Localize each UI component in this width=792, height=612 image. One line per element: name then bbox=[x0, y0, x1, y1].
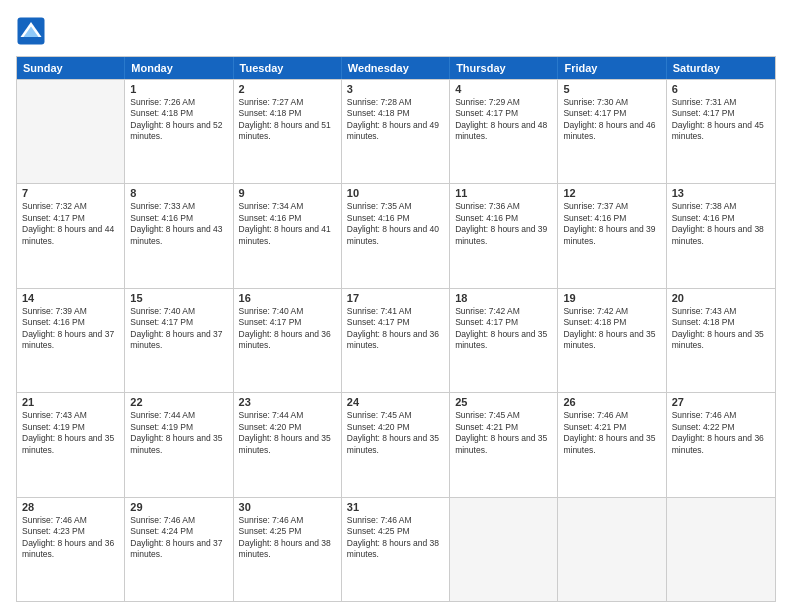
calendar-cell: 15Sunrise: 7:40 AMSunset: 4:17 PMDayligh… bbox=[125, 289, 233, 392]
calendar: SundayMondayTuesdayWednesdayThursdayFrid… bbox=[16, 56, 776, 602]
weekday-header-thursday: Thursday bbox=[450, 57, 558, 79]
weekday-header-sunday: Sunday bbox=[17, 57, 125, 79]
cell-info: Sunrise: 7:46 AMSunset: 4:25 PMDaylight:… bbox=[347, 515, 444, 561]
calendar-cell: 13Sunrise: 7:38 AMSunset: 4:16 PMDayligh… bbox=[667, 184, 775, 287]
day-number: 16 bbox=[239, 292, 336, 304]
calendar-cell: 4Sunrise: 7:29 AMSunset: 4:17 PMDaylight… bbox=[450, 80, 558, 183]
logo-icon bbox=[16, 16, 46, 46]
cell-info: Sunrise: 7:44 AMSunset: 4:19 PMDaylight:… bbox=[130, 410, 227, 456]
cell-info: Sunrise: 7:43 AMSunset: 4:18 PMDaylight:… bbox=[672, 306, 770, 352]
day-number: 29 bbox=[130, 501, 227, 513]
cell-info: Sunrise: 7:46 AMSunset: 4:24 PMDaylight:… bbox=[130, 515, 227, 561]
calendar-cell: 11Sunrise: 7:36 AMSunset: 4:16 PMDayligh… bbox=[450, 184, 558, 287]
calendar-cell: 6Sunrise: 7:31 AMSunset: 4:17 PMDaylight… bbox=[667, 80, 775, 183]
cell-info: Sunrise: 7:42 AMSunset: 4:17 PMDaylight:… bbox=[455, 306, 552, 352]
cell-info: Sunrise: 7:46 AMSunset: 4:23 PMDaylight:… bbox=[22, 515, 119, 561]
weekday-header-friday: Friday bbox=[558, 57, 666, 79]
day-number: 4 bbox=[455, 83, 552, 95]
logo bbox=[16, 16, 50, 46]
cell-info: Sunrise: 7:28 AMSunset: 4:18 PMDaylight:… bbox=[347, 97, 444, 143]
day-number: 6 bbox=[672, 83, 770, 95]
cell-info: Sunrise: 7:46 AMSunset: 4:21 PMDaylight:… bbox=[563, 410, 660, 456]
cell-info: Sunrise: 7:26 AMSunset: 4:18 PMDaylight:… bbox=[130, 97, 227, 143]
day-number: 18 bbox=[455, 292, 552, 304]
cell-info: Sunrise: 7:39 AMSunset: 4:16 PMDaylight:… bbox=[22, 306, 119, 352]
calendar-cell: 7Sunrise: 7:32 AMSunset: 4:17 PMDaylight… bbox=[17, 184, 125, 287]
calendar-row-1: 7Sunrise: 7:32 AMSunset: 4:17 PMDaylight… bbox=[17, 183, 775, 287]
day-number: 8 bbox=[130, 187, 227, 199]
calendar-cell: 25Sunrise: 7:45 AMSunset: 4:21 PMDayligh… bbox=[450, 393, 558, 496]
cell-info: Sunrise: 7:27 AMSunset: 4:18 PMDaylight:… bbox=[239, 97, 336, 143]
calendar-cell bbox=[17, 80, 125, 183]
calendar-cell bbox=[558, 498, 666, 601]
day-number: 7 bbox=[22, 187, 119, 199]
day-number: 20 bbox=[672, 292, 770, 304]
cell-info: Sunrise: 7:30 AMSunset: 4:17 PMDaylight:… bbox=[563, 97, 660, 143]
day-number: 1 bbox=[130, 83, 227, 95]
cell-info: Sunrise: 7:34 AMSunset: 4:16 PMDaylight:… bbox=[239, 201, 336, 247]
cell-info: Sunrise: 7:31 AMSunset: 4:17 PMDaylight:… bbox=[672, 97, 770, 143]
calendar-cell: 22Sunrise: 7:44 AMSunset: 4:19 PMDayligh… bbox=[125, 393, 233, 496]
day-number: 14 bbox=[22, 292, 119, 304]
calendar-cell bbox=[667, 498, 775, 601]
calendar-cell bbox=[450, 498, 558, 601]
calendar-cell: 8Sunrise: 7:33 AMSunset: 4:16 PMDaylight… bbox=[125, 184, 233, 287]
cell-info: Sunrise: 7:42 AMSunset: 4:18 PMDaylight:… bbox=[563, 306, 660, 352]
day-number: 28 bbox=[22, 501, 119, 513]
calendar-cell: 23Sunrise: 7:44 AMSunset: 4:20 PMDayligh… bbox=[234, 393, 342, 496]
day-number: 23 bbox=[239, 396, 336, 408]
day-number: 11 bbox=[455, 187, 552, 199]
cell-info: Sunrise: 7:33 AMSunset: 4:16 PMDaylight:… bbox=[130, 201, 227, 247]
day-number: 13 bbox=[672, 187, 770, 199]
day-number: 27 bbox=[672, 396, 770, 408]
day-number: 31 bbox=[347, 501, 444, 513]
calendar-cell: 26Sunrise: 7:46 AMSunset: 4:21 PMDayligh… bbox=[558, 393, 666, 496]
calendar-cell: 20Sunrise: 7:43 AMSunset: 4:18 PMDayligh… bbox=[667, 289, 775, 392]
weekday-header-monday: Monday bbox=[125, 57, 233, 79]
cell-info: Sunrise: 7:46 AMSunset: 4:22 PMDaylight:… bbox=[672, 410, 770, 456]
calendar-cell: 30Sunrise: 7:46 AMSunset: 4:25 PMDayligh… bbox=[234, 498, 342, 601]
cell-info: Sunrise: 7:29 AMSunset: 4:17 PMDaylight:… bbox=[455, 97, 552, 143]
calendar-header-row: SundayMondayTuesdayWednesdayThursdayFrid… bbox=[17, 57, 775, 79]
cell-info: Sunrise: 7:40 AMSunset: 4:17 PMDaylight:… bbox=[239, 306, 336, 352]
cell-info: Sunrise: 7:44 AMSunset: 4:20 PMDaylight:… bbox=[239, 410, 336, 456]
weekday-header-tuesday: Tuesday bbox=[234, 57, 342, 79]
calendar-row-2: 14Sunrise: 7:39 AMSunset: 4:16 PMDayligh… bbox=[17, 288, 775, 392]
cell-info: Sunrise: 7:32 AMSunset: 4:17 PMDaylight:… bbox=[22, 201, 119, 247]
calendar-cell: 9Sunrise: 7:34 AMSunset: 4:16 PMDaylight… bbox=[234, 184, 342, 287]
calendar-cell: 27Sunrise: 7:46 AMSunset: 4:22 PMDayligh… bbox=[667, 393, 775, 496]
cell-info: Sunrise: 7:35 AMSunset: 4:16 PMDaylight:… bbox=[347, 201, 444, 247]
day-number: 10 bbox=[347, 187, 444, 199]
day-number: 24 bbox=[347, 396, 444, 408]
header bbox=[16, 16, 776, 46]
day-number: 15 bbox=[130, 292, 227, 304]
cell-info: Sunrise: 7:45 AMSunset: 4:21 PMDaylight:… bbox=[455, 410, 552, 456]
calendar-cell: 10Sunrise: 7:35 AMSunset: 4:16 PMDayligh… bbox=[342, 184, 450, 287]
calendar-row-3: 21Sunrise: 7:43 AMSunset: 4:19 PMDayligh… bbox=[17, 392, 775, 496]
calendar-page: SundayMondayTuesdayWednesdayThursdayFrid… bbox=[0, 0, 792, 612]
cell-info: Sunrise: 7:45 AMSunset: 4:20 PMDaylight:… bbox=[347, 410, 444, 456]
weekday-header-wednesday: Wednesday bbox=[342, 57, 450, 79]
day-number: 9 bbox=[239, 187, 336, 199]
calendar-cell: 5Sunrise: 7:30 AMSunset: 4:17 PMDaylight… bbox=[558, 80, 666, 183]
cell-info: Sunrise: 7:38 AMSunset: 4:16 PMDaylight:… bbox=[672, 201, 770, 247]
day-number: 30 bbox=[239, 501, 336, 513]
day-number: 22 bbox=[130, 396, 227, 408]
day-number: 3 bbox=[347, 83, 444, 95]
cell-info: Sunrise: 7:36 AMSunset: 4:16 PMDaylight:… bbox=[455, 201, 552, 247]
calendar-cell: 17Sunrise: 7:41 AMSunset: 4:17 PMDayligh… bbox=[342, 289, 450, 392]
day-number: 2 bbox=[239, 83, 336, 95]
calendar-row-0: 1Sunrise: 7:26 AMSunset: 4:18 PMDaylight… bbox=[17, 79, 775, 183]
day-number: 25 bbox=[455, 396, 552, 408]
cell-info: Sunrise: 7:40 AMSunset: 4:17 PMDaylight:… bbox=[130, 306, 227, 352]
calendar-body: 1Sunrise: 7:26 AMSunset: 4:18 PMDaylight… bbox=[17, 79, 775, 601]
calendar-cell: 24Sunrise: 7:45 AMSunset: 4:20 PMDayligh… bbox=[342, 393, 450, 496]
cell-info: Sunrise: 7:37 AMSunset: 4:16 PMDaylight:… bbox=[563, 201, 660, 247]
weekday-header-saturday: Saturday bbox=[667, 57, 775, 79]
calendar-cell: 19Sunrise: 7:42 AMSunset: 4:18 PMDayligh… bbox=[558, 289, 666, 392]
calendar-cell: 3Sunrise: 7:28 AMSunset: 4:18 PMDaylight… bbox=[342, 80, 450, 183]
calendar-cell: 16Sunrise: 7:40 AMSunset: 4:17 PMDayligh… bbox=[234, 289, 342, 392]
calendar-row-4: 28Sunrise: 7:46 AMSunset: 4:23 PMDayligh… bbox=[17, 497, 775, 601]
calendar-cell: 28Sunrise: 7:46 AMSunset: 4:23 PMDayligh… bbox=[17, 498, 125, 601]
calendar-cell: 2Sunrise: 7:27 AMSunset: 4:18 PMDaylight… bbox=[234, 80, 342, 183]
